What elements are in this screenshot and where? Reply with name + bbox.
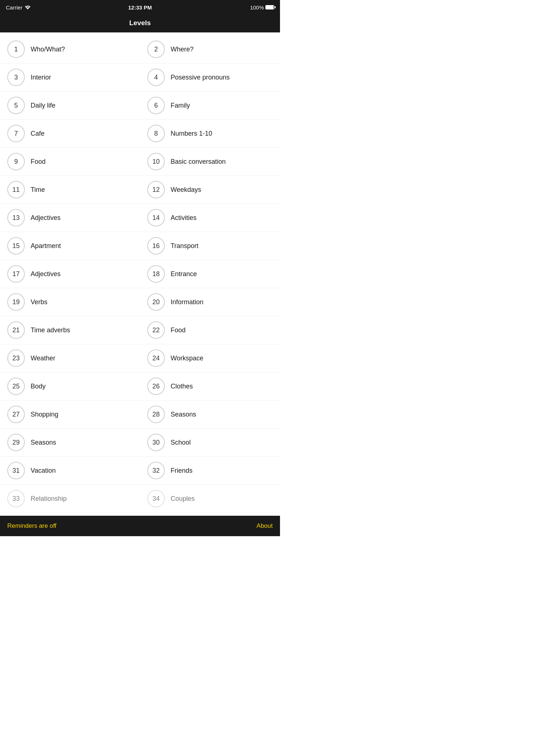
carrier-label: Carrier: [6, 4, 23, 11]
level-item-2[interactable]: 2Where?: [140, 35, 280, 63]
level-item-31[interactable]: 31Vacation: [0, 457, 140, 485]
level-badge-9: 9: [7, 153, 25, 170]
level-name-6: Family: [171, 102, 190, 109]
level-name-14: Activities: [171, 214, 197, 222]
level-item-24[interactable]: 24Workspace: [140, 344, 280, 372]
level-item-19[interactable]: 19Verbs: [0, 288, 140, 316]
nav-header: Levels: [0, 15, 280, 32]
level-name-2: Where?: [171, 46, 194, 53]
level-name-23: Weather: [31, 355, 55, 362]
level-item-32[interactable]: 32Friends: [140, 457, 280, 485]
level-badge-27: 27: [7, 406, 25, 423]
level-item-27[interactable]: 27Shopping: [0, 400, 140, 429]
level-item-33[interactable]: 33Relationship: [0, 485, 140, 513]
level-badge-20: 20: [147, 293, 165, 311]
level-badge-4: 4: [147, 69, 165, 86]
level-badge-6: 6: [147, 97, 165, 114]
level-name-19: Verbs: [31, 298, 47, 306]
level-badge-33: 33: [7, 490, 25, 507]
level-name-32: Friends: [171, 467, 192, 475]
level-name-20: Information: [171, 298, 203, 306]
level-item-25[interactable]: 25Body: [0, 372, 140, 400]
level-badge-3: 3: [7, 69, 25, 86]
level-item-30[interactable]: 30School: [140, 429, 280, 457]
level-item-5[interactable]: 5Daily life: [0, 92, 140, 120]
level-badge-25: 25: [7, 378, 25, 395]
level-badge-10: 10: [147, 153, 165, 170]
level-name-3: Interior: [31, 74, 51, 81]
level-name-26: Clothes: [171, 383, 193, 390]
level-badge-31: 31: [7, 462, 25, 479]
status-time: 12:33 PM: [128, 4, 152, 11]
level-badge-19: 19: [7, 293, 25, 311]
level-item-17[interactable]: 17Adjectives: [0, 260, 140, 288]
level-name-28: Seasons: [171, 411, 196, 418]
level-name-17: Adjectives: [31, 270, 61, 278]
level-name-5: Daily life: [31, 102, 55, 109]
level-item-1[interactable]: 1Who/What?: [0, 35, 140, 63]
level-item-12[interactable]: 12Weekdays: [140, 176, 280, 204]
level-badge-30: 30: [147, 434, 165, 451]
level-item-20[interactable]: 20Information: [140, 288, 280, 316]
level-item-6[interactable]: 6Family: [140, 92, 280, 120]
level-item-29[interactable]: 29Seasons: [0, 429, 140, 457]
level-name-31: Vacation: [31, 467, 56, 475]
battery-icon: [265, 5, 274, 9]
level-badge-13: 13: [7, 209, 25, 227]
level-name-22: Food: [171, 326, 186, 334]
level-item-13[interactable]: 13Adjectives: [0, 204, 140, 232]
level-item-34[interactable]: 34Couples: [140, 485, 280, 513]
level-badge-18: 18: [147, 265, 165, 283]
level-badge-23: 23: [7, 349, 25, 367]
level-badge-5: 5: [7, 97, 25, 114]
status-left: Carrier: [6, 4, 31, 11]
about-button[interactable]: About: [257, 522, 273, 530]
level-badge-1: 1: [7, 40, 25, 58]
level-badge-7: 7: [7, 125, 25, 142]
level-name-13: Adjectives: [31, 214, 61, 222]
level-item-3[interactable]: 3Interior: [0, 63, 140, 92]
level-badge-12: 12: [147, 181, 165, 198]
level-name-10: Basic conversation: [171, 158, 226, 166]
level-item-18[interactable]: 18Entrance: [140, 260, 280, 288]
level-item-16[interactable]: 16Transport: [140, 232, 280, 260]
level-badge-17: 17: [7, 265, 25, 283]
level-name-7: Cafe: [31, 130, 44, 138]
level-item-10[interactable]: 10Basic conversation: [140, 148, 280, 176]
level-item-11[interactable]: 11Time: [0, 176, 140, 204]
level-badge-8: 8: [147, 125, 165, 142]
status-bar: Carrier 12:33 PM 100%: [0, 0, 280, 15]
level-name-4: Posessive pronouns: [171, 74, 230, 81]
level-name-16: Transport: [171, 242, 198, 250]
level-item-7[interactable]: 7Cafe: [0, 120, 140, 148]
level-name-15: Apartment: [31, 242, 61, 250]
levels-content: 1Who/What?2Where?3Interior4Posessive pro…: [0, 32, 280, 516]
level-item-8[interactable]: 8Numbers 1-10: [140, 120, 280, 148]
level-name-21: Time adverbs: [31, 326, 70, 334]
wifi-icon: [25, 4, 31, 11]
level-item-28[interactable]: 28Seasons: [140, 400, 280, 429]
level-badge-11: 11: [7, 181, 25, 198]
level-name-8: Numbers 1-10: [171, 130, 212, 138]
level-item-23[interactable]: 23Weather: [0, 344, 140, 372]
level-badge-32: 32: [147, 462, 165, 479]
level-badge-2: 2: [147, 40, 165, 58]
reminders-label: Reminders are off: [7, 522, 57, 530]
level-item-9[interactable]: 9Food: [0, 148, 140, 176]
level-name-1: Who/What?: [31, 46, 65, 53]
level-name-12: Weekdays: [171, 186, 201, 194]
level-name-27: Shopping: [31, 411, 58, 418]
level-item-22[interactable]: 22Food: [140, 316, 280, 344]
level-name-33: Relationship: [31, 495, 67, 503]
level-name-24: Workspace: [171, 355, 203, 362]
level-item-4[interactable]: 4Posessive pronouns: [140, 63, 280, 92]
level-item-26[interactable]: 26Clothes: [140, 372, 280, 400]
level-name-9: Food: [31, 158, 46, 166]
level-item-15[interactable]: 15Apartment: [0, 232, 140, 260]
level-badge-28: 28: [147, 406, 165, 423]
level-item-14[interactable]: 14Activities: [140, 204, 280, 232]
level-badge-34: 34: [147, 490, 165, 507]
level-name-18: Entrance: [171, 270, 197, 278]
level-item-21[interactable]: 21Time adverbs: [0, 316, 140, 344]
level-name-25: Body: [31, 383, 46, 390]
